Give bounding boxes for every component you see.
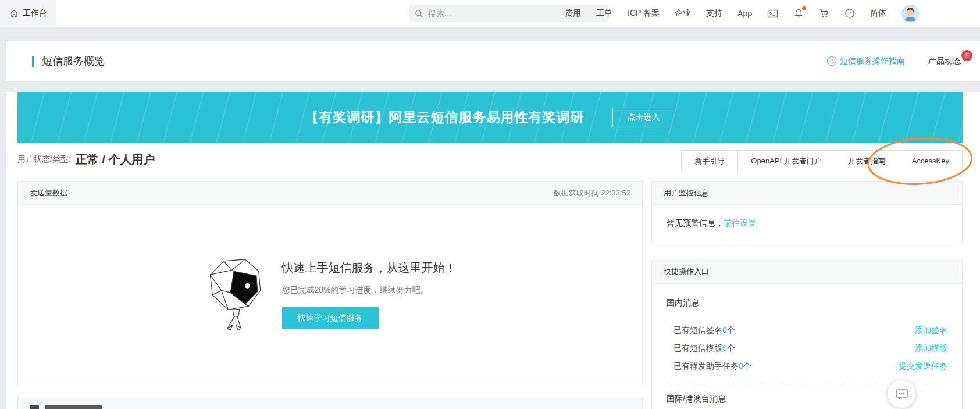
add-template-link[interactable]: 添加模版 [915,343,947,354]
send-volume-card-body: 快速上手短信服务，从这里开始！ 您已完成20%的学习进度，继续努力吧。 快速学习… [18,205,642,385]
terminal-icon[interactable] [767,9,778,19]
quick-button-group: 新手引导 OpenAPI 开发者门户 开发者指南 AccessKey [681,150,963,172]
onboarding-progress-text: 您已完成20%的学习进度，继续努力吧。 [282,285,457,296]
developer-guide-button[interactable]: 开发者指南 [835,150,899,172]
menu-app[interactable]: App [737,9,752,18]
top-nav-bar: 工作台 费用 工单 ICP 备案 企业 支持 App [0,0,980,27]
user-monitor-card-header: 用户监控信息 [652,182,962,205]
submit-send-task-link[interactable]: 提交发送任务 [899,361,947,372]
quick-entry-card-header: 快捷操作入口 [652,259,962,284]
no-alert-text: 暂无预警信息， [667,218,724,227]
workbench-label: 工作台 [23,8,47,19]
template-count: 0 [722,343,727,353]
quick-entry-title: 快捷操作入口 [664,266,709,277]
onboarding-text-block: 快速上手短信服务，从这里开始！ 您已完成20%的学习进度，继续努力吧。 快速学习… [282,260,457,329]
user-monitor-title: 用户监控信息 [664,188,709,198]
sms-guide-label: 短信服务操作指南 [840,56,905,66]
quick-entry-rows: 已有短信签名0个 添加签名 已有短信模版0个 添加模版 已有群发助手任务0个 提… [673,321,947,375]
workbench-button[interactable]: 工作台 [0,0,56,27]
search-icon [415,9,423,18]
batch-task-count-text: 已有群发助手任务0个 [673,361,751,372]
page-background-gap [0,81,980,92]
add-signature-link[interactable]: 添加签名 [915,325,947,336]
notification-dot [802,6,806,10]
question-circle-icon: ? [827,56,836,66]
next-card-partial-header [17,397,643,409]
accesskey-button[interactable]: AccessKey [899,150,963,172]
svg-text:?: ? [848,10,851,16]
sms-guide-link[interactable]: ? 短信服务操作指南 [827,56,905,66]
product-news-label: 产品动态 [928,56,961,65]
onboarding-headline: 快速上手短信服务，从这里开始！ [282,260,457,276]
page-header: 短信服务概览 ? 短信服务操作指南 产品动态 5 [6,41,980,81]
clipped-title-fragment [45,405,102,409]
top-menu: 费用 工单 ICP 备案 企业 支持 App [565,0,919,27]
user-monitor-card: 用户监控信息 暂无预警信息，前往设置 [651,181,963,243]
page-title-block: 短信服务概览 [32,41,105,81]
domestic-section-label: 国内消息 [667,298,947,308]
user-status-value: 正常 / 个人用户 [76,152,155,168]
collapsed-sidebar-strip [0,27,6,409]
chat-fab[interactable] [888,380,915,408]
menu-enterprise[interactable]: 企业 [675,8,691,19]
survey-banner[interactable]: 【有奖调研】阿里云短信服务易用性有奖调研 点击进入 [17,92,963,143]
go-settings-link[interactable]: 前往设置 [724,218,756,227]
robot-illustration [204,258,267,332]
quick-entry-card: 快捷操作入口 国内消息 已有短信签名0个 添加签名 已有短信模版0个 添加模版 … [651,259,963,409]
openapi-portal-button[interactable]: OpenAPI 开发者门户 [737,150,835,172]
home-icon [9,9,19,18]
send-volume-card: 发送量数据 数据获取时间 22:33:52 快速上手短信服务，从这里开始！ 您已… [17,181,643,385]
user-status-row: 用户状态/类型: 正常 / 个人用户 [17,149,155,170]
data-fetch-time: 数据获取时间 22:33:52 [554,188,630,198]
quick-entry-card-body: 国内消息 已有短信签名0个 添加签名 已有短信模版0个 添加模版 已有群发助手任… [652,284,962,404]
news-count-badge: 5 [961,50,972,61]
template-row: 已有短信模版0个 添加模版 [673,339,947,357]
template-count-text: 已有短信模版0个 [673,343,735,354]
signature-count: 0 [722,325,727,335]
avatar[interactable] [901,5,919,22]
newbie-guide-button[interactable]: 新手引导 [681,150,738,172]
signature-row: 已有短信签名0个 添加签名 [673,321,947,339]
locale-switcher[interactable]: 简体 [870,8,886,19]
survey-banner-text: 【有奖调研】阿里云短信服务易用性有奖调研 [305,108,585,126]
user-status-label: 用户状态/类型: [17,154,71,165]
menu-tickets[interactable]: 工单 [596,8,612,19]
product-news-link[interactable]: 产品动态 5 [928,56,965,66]
menu-billing[interactable]: 费用 [565,8,581,19]
user-monitor-card-body: 暂无预警信息，前往设置 [652,205,962,242]
send-volume-title: 发送量数据 [30,188,67,198]
menu-support[interactable]: 支持 [706,8,722,19]
send-volume-card-header: 发送量数据 数据获取时间 22:33:52 [18,182,642,205]
clipped-title-fragment [30,405,39,409]
help-icon[interactable]: ? [844,8,855,19]
menu-icp[interactable]: ICP 备案 [628,8,660,19]
bell-icon[interactable] [793,8,804,19]
signature-count-text: 已有短信签名0个 [673,325,735,336]
cart-icon[interactable] [819,9,829,19]
page-header-actions: ? 短信服务操作指南 产品动态 5 [827,41,965,81]
chat-icon [895,388,908,400]
batch-task-count: 0 [739,361,743,371]
page-background-band [0,27,980,41]
page-title: 短信服务概览 [42,54,105,68]
batch-task-row: 已有群发助手任务0个 提交发送任务 [673,357,947,375]
quick-learn-button[interactable]: 快速学习短信服务 [282,307,379,329]
survey-enter-button[interactable]: 点击进入 [612,108,675,127]
title-accent-bar [32,56,34,67]
sms-console-screen: 工作台 费用 工单 ICP 备案 企业 支持 App [0,0,980,409]
